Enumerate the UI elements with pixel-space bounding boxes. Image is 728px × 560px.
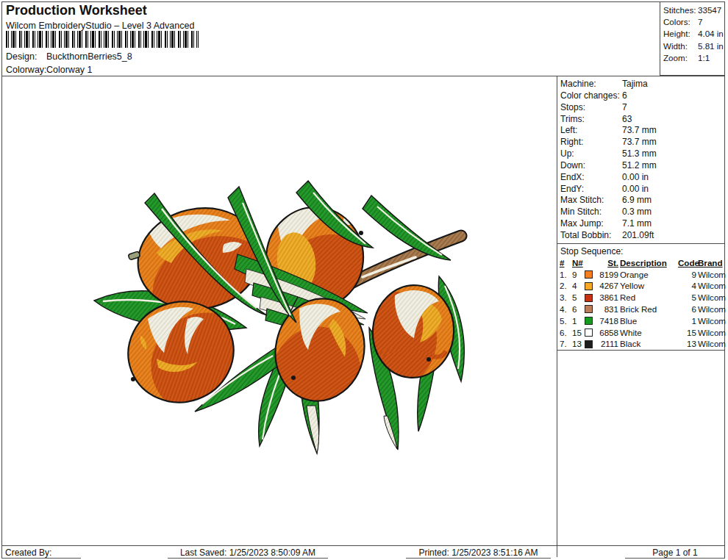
thread-brand: Wilcom [698,304,727,315]
colorway-value: Colorway 1 [46,65,93,75]
machine-info-row: EndX:0.00 in [560,172,725,184]
stitch-count: 3861 [596,292,620,304]
last-saved-cell: Last Saved: 1/25/2023 8:50:09 AM [168,546,328,559]
stop-sequence-header: #N#St.DescriptionCodeBrand [557,257,725,269]
needle-number: 13 [572,338,585,350]
column-header: Description [620,257,678,269]
thread-description: Blue [620,315,678,327]
machine-info-value: 201.09ft [622,230,654,242]
machine-info-value: 7 [622,102,627,114]
summary-label: Zoom: [663,52,698,64]
needle-number: 1 [572,315,585,327]
design-value: BuckthornBerries5_8 [46,51,132,62]
thread-code: 15 [678,327,698,339]
thread-description: Red [620,292,678,304]
summary-box: Stitches:33547Colors:7Height:4.04 inWidt… [660,1,725,76]
machine-info-value: 0.00 in [622,172,649,184]
machine-info-row: Max Jump:7.1 mm [560,218,725,230]
summary-row: Height:4.04 in [663,28,724,40]
stitch-count: 8199 [596,269,620,281]
thread-color-swatch [585,305,593,313]
machine-info-row: Stops:7 [560,102,725,114]
thread-brand: Wilcom [698,269,727,281]
machine-info-row: Min Stitch:0.3 mm [560,207,725,218]
needle-number: 4 [572,280,585,292]
machine-info-row: Up:51.3 mm [560,148,725,160]
summary-row: Width:5.81 in [663,40,724,52]
machine-info-label: EndY: [560,184,622,195]
machine-info-row: EndY:0.00 in [560,184,725,195]
page-number-cell: Page 1 of 1 [625,546,725,559]
stop-sequence-row: 4.6831Brick Red6Wilcom [557,304,725,315]
stop-number: 3. [560,292,572,304]
thread-description: Black [620,338,678,350]
machine-info-label: Max Jump: [560,218,622,230]
thread-color-swatch [585,329,593,337]
machine-info-label: Down: [560,160,622,172]
berry-right [349,281,460,390]
stop-sequence-title: Stop Sequence: [557,244,725,257]
machine-info-value: 51.3 mm [622,148,657,160]
machine-info-value: 0.00 in [622,184,649,195]
stop-number: 1. [560,269,572,281]
thread-description: Brick Red [620,304,678,315]
stop-number: 6. [560,327,572,339]
panel-separator-bottom [557,350,725,351]
stop-number: 5. [560,315,572,327]
needle-number: 15 [572,327,585,339]
thread-brand: Wilcom [698,315,727,327]
frame-top [1,1,725,2]
footer-divider [1,545,725,546]
thread-description: Orange [620,269,678,281]
machine-info-row: Left:73.7 mm [560,125,725,137]
thread-code: 6 [678,304,698,315]
stop-number: 4. [560,304,572,315]
page-title: Production Worksheet [6,3,147,18]
summary-row: Stitches:33547 [663,4,724,16]
machine-info-value: 7.1 mm [622,218,652,230]
printed-cell: Printed: 1/25/2023 8:51:16 AM [406,546,551,559]
summary-value: 1:1 [698,52,710,64]
summary-label: Width: [663,40,698,52]
machine-info-row: Right:73.7 mm [560,137,725,148]
machine-info-label: Trims: [560,114,622,126]
machine-info-value: 73.7 mm [622,125,657,137]
machine-info-label: Stops: [560,102,622,114]
thread-brand: Wilcom [698,292,727,304]
barcode-icon [6,31,199,48]
machine-info-value: 6 [622,90,627,102]
thread-code: 4 [678,280,698,292]
thread-code: 5 [678,292,698,304]
thread-color-swatch [585,317,593,325]
column-header: Brand [698,257,727,269]
column-header: # [560,257,572,269]
machine-info-row: Max Stitch:6.9 mm [560,195,725,207]
machine-info-row: Machine:Tajima [560,79,725,90]
stitch-count: 2111 [596,338,620,350]
frame-left [1,1,2,559]
machine-info-rows: Machine:TajimaColor changes:6Stops:7Trim… [557,76,725,243]
production-worksheet-page: Production Worksheet Wilcom EmbroiderySt… [0,0,728,560]
stop-sequence-row: 1.98199Orange9Wilcom [557,269,725,281]
summary-row: Zoom:1:1 [663,52,724,64]
needle-number: 5 [572,292,585,304]
summary-value: 33547 [698,4,721,16]
stop-number: 2. [560,280,572,292]
needle-number: 6 [572,304,585,315]
stop-sequence-row: 2.44267Yellow4Wilcom [557,280,725,292]
machine-info-value: 6.9 mm [622,195,652,207]
stop-number: 7. [560,338,572,350]
machine-info-value: 0.3 mm [622,207,652,218]
colorway-label: Colorway: [6,65,46,75]
machine-info-label: Total Bobbin: [560,230,622,242]
stitch-count: 7418 [596,315,620,327]
machine-info-row: Trims:63 [560,114,725,126]
stitch-count: 4267 [596,280,620,292]
column-header: Code [678,257,698,269]
summary-value: 7 [698,16,702,28]
thread-color-swatch [585,294,593,302]
machine-info-label: Machine: [560,79,622,90]
thread-color-swatch [585,270,593,279]
column-header: N# [572,257,585,269]
machine-info-value: Tajima [622,79,648,90]
